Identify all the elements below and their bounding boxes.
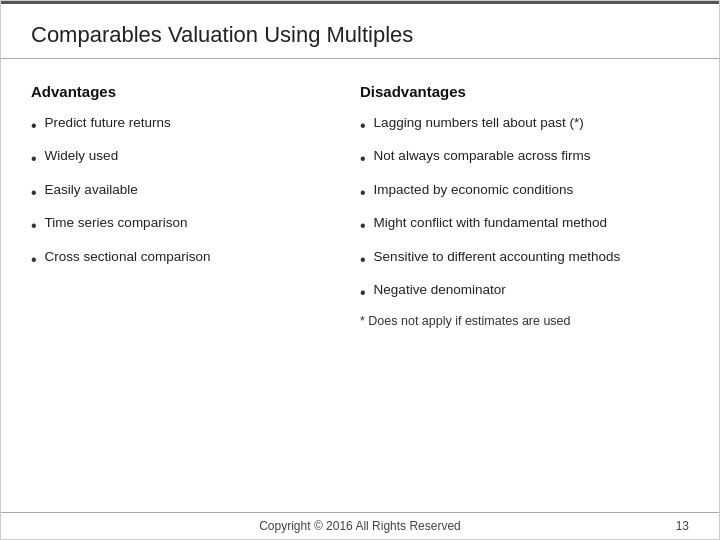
bullet-dot: •: [360, 182, 366, 204]
disadvantages-item-6: Negative denominator: [374, 281, 506, 300]
disadvantages-item-1: Lagging numbers tell about past (*): [374, 114, 584, 133]
bullet-dot: •: [360, 215, 366, 237]
advantages-header: Advantages: [31, 83, 350, 100]
list-item: • Lagging numbers tell about past (*): [360, 114, 679, 137]
bullet-dot: •: [360, 282, 366, 304]
disadvantages-list: • Lagging numbers tell about past (*) • …: [360, 114, 679, 304]
page-number: 13: [676, 519, 689, 533]
advantages-column: Advantages • Predict future returns • Wi…: [31, 83, 360, 502]
list-item: • Easily available: [31, 181, 350, 204]
slide: Comparables Valuation Using Multiples Ad…: [0, 0, 720, 540]
slide-title: Comparables Valuation Using Multiples: [31, 22, 689, 48]
list-item: • Impacted by economic conditions: [360, 181, 679, 204]
advantages-item-2: Widely used: [45, 147, 119, 166]
bullet-dot: •: [31, 249, 37, 271]
list-item: • Might conflict with fundamental method: [360, 214, 679, 237]
list-item: • Widely used: [31, 147, 350, 170]
list-item: • Negative denominator: [360, 281, 679, 304]
disadvantages-header: Disadvantages: [360, 83, 679, 100]
list-item: • Time series comparison: [31, 214, 350, 237]
footer: Copyright © 2016 All Rights Reserved 13: [1, 512, 719, 539]
disadvantages-item-3: Impacted by economic conditions: [374, 181, 574, 200]
copyright-text: Copyright © 2016 All Rights Reserved: [259, 519, 461, 533]
advantages-item-3: Easily available: [45, 181, 138, 200]
bullet-dot: •: [31, 148, 37, 170]
bullet-dot: •: [360, 115, 366, 137]
bullet-dot: •: [360, 148, 366, 170]
list-item: • Cross sectional comparison: [31, 248, 350, 271]
disadvantages-item-2: Not always comparable across firms: [374, 147, 591, 166]
list-item: • Not always comparable across firms: [360, 147, 679, 170]
bullet-dot: •: [31, 115, 37, 137]
title-area: Comparables Valuation Using Multiples: [1, 4, 719, 59]
list-item: • Predict future returns: [31, 114, 350, 137]
advantages-item-4: Time series comparison: [45, 214, 188, 233]
content-area: Advantages • Predict future returns • Wi…: [1, 59, 719, 512]
disadvantages-column: Disadvantages • Lagging numbers tell abo…: [360, 83, 689, 502]
bullet-dot: •: [31, 182, 37, 204]
list-item: • Sensitive to different accounting meth…: [360, 248, 679, 271]
advantages-item-1: Predict future returns: [45, 114, 171, 133]
advantages-list: • Predict future returns • Widely used •…: [31, 114, 350, 271]
bullet-dot: •: [360, 249, 366, 271]
footnote: * Does not apply if estimates are used: [360, 314, 679, 328]
disadvantages-item-5: Sensitive to different accounting method…: [374, 248, 621, 267]
advantages-item-5: Cross sectional comparison: [45, 248, 211, 267]
disadvantages-item-4: Might conflict with fundamental method: [374, 214, 607, 233]
bullet-dot: •: [31, 215, 37, 237]
